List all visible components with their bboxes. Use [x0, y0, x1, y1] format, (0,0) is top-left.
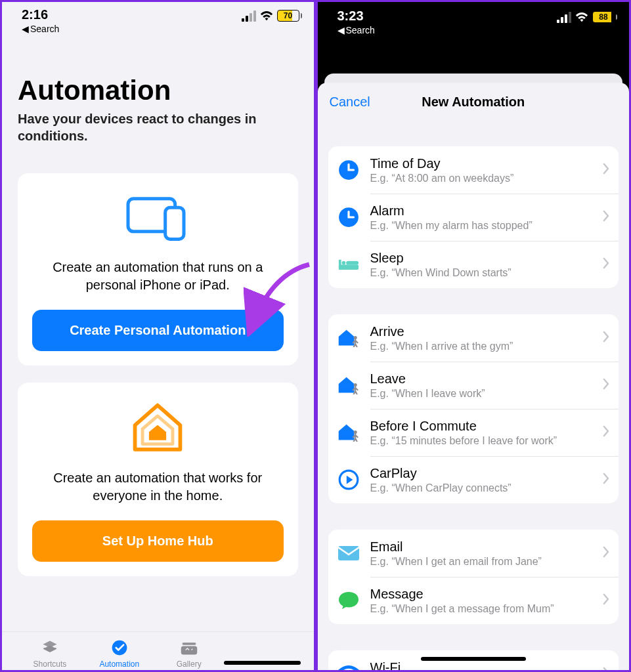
clock-icon — [337, 206, 360, 228]
cancel-button[interactable]: Cancel — [330, 94, 370, 110]
status-time: 2:16 — [22, 7, 59, 22]
svg-rect-8 — [338, 259, 341, 269]
trigger-row-sleep[interactable]: Sleep E.g. “When Wind Down starts” — [328, 241, 619, 288]
battery-icon: 70 — [277, 10, 302, 22]
trigger-title: Message — [370, 587, 593, 602]
tab-shortcuts-label: Shortcuts — [33, 660, 67, 669]
trigger-subtitle: E.g. “When Wind Down starts” — [370, 267, 593, 279]
shortcuts-icon — [40, 639, 60, 657]
svg-point-9 — [341, 261, 345, 264]
house-person-icon — [337, 374, 360, 396]
trigger-title: Time of Day — [370, 156, 593, 171]
carplay-icon — [337, 469, 360, 491]
back-chevron-icon: ◀ — [22, 24, 29, 34]
trigger-row-alarm[interactable]: Alarm E.g. “When my alarm has stopped” — [328, 194, 619, 241]
trigger-group: Email E.g. “When I get an email from Jan… — [328, 530, 619, 624]
cellular-icon — [242, 10, 256, 22]
back-to-search[interactable]: ◀ Search — [337, 25, 375, 35]
battery-level: 70 — [277, 10, 299, 22]
trigger-row-email[interactable]: Email E.g. “When I get an email from Jan… — [328, 530, 619, 577]
chevron-right-icon — [603, 667, 609, 670]
trigger-subtitle: E.g. “At 8:00 am on weekdays” — [370, 173, 593, 184]
svg-rect-7 — [338, 264, 358, 270]
trigger-subtitle: E.g. “When I get an email from Jane” — [370, 556, 593, 568]
trigger-row-leave[interactable]: Leave E.g. “When I leave work” — [328, 362, 619, 409]
trigger-subtitle: E.g. “When I arrive at the gym” — [370, 341, 593, 352]
trigger-title: CarPlay — [370, 466, 593, 481]
trigger-row-carplay[interactable]: CarPlay E.g. “When CarPlay connects” — [328, 456, 619, 503]
battery-icon: 88 — [592, 11, 617, 23]
chevron-right-icon — [603, 257, 609, 272]
status-time: 3:23 — [337, 9, 375, 24]
home-indicator[interactable] — [224, 661, 301, 665]
message-icon — [337, 589, 360, 612]
trigger-row-time-of-day[interactable]: Time of Day E.g. “At 8:00 am on weekdays… — [328, 146, 619, 194]
home-icon — [32, 401, 284, 457]
page-title: Automation — [18, 75, 298, 106]
page-subtitle: Have your devices react to changes in co… — [18, 110, 298, 144]
chevron-right-icon — [603, 593, 609, 608]
chevron-right-icon — [603, 546, 609, 560]
house-person-icon — [337, 421, 360, 444]
trigger-row-before-i-commute[interactable]: Before I Commute E.g. “15 minutes before… — [328, 409, 619, 456]
back-to-search[interactable]: ◀ Search — [22, 24, 59, 34]
home-automation-card: Create an automation that works for ever… — [18, 383, 298, 576]
tab-bar: Shortcuts Automation Gallery — [2, 631, 314, 670]
status-bar: 3:23 ◀ Search 88 — [318, 2, 630, 37]
personal-automation-card: Create an automation that runs on a pers… — [18, 173, 298, 366]
house-person-icon — [337, 327, 360, 349]
chevron-right-icon — [603, 472, 609, 487]
trigger-row-arrive[interactable]: Arrive E.g. “When I arrive at the gym” — [328, 314, 619, 362]
tab-automation[interactable]: Automation — [85, 636, 154, 670]
trigger-title: Before I Commute — [370, 419, 593, 434]
chevron-right-icon — [603, 331, 609, 345]
wifi-icon — [260, 11, 273, 21]
tab-gallery[interactable]: Gallery — [154, 636, 224, 670]
trigger-subtitle: E.g. “When I get a message from Mum” — [370, 603, 593, 615]
clock-icon — [337, 159, 360, 181]
personal-card-desc: Create an automation that runs on a pers… — [32, 259, 284, 294]
tab-gallery-label: Gallery — [177, 660, 202, 669]
wifi-icon — [337, 663, 360, 670]
cellular-icon — [557, 12, 571, 23]
trigger-subtitle: E.g. “When my alarm has stopped” — [370, 220, 593, 232]
back-label: Search — [30, 24, 59, 34]
svg-rect-15 — [338, 546, 359, 560]
trigger-group: Time of Day E.g. “At 8:00 am on weekdays… — [328, 146, 619, 288]
trigger-title: Sleep — [370, 251, 593, 266]
bed-icon — [337, 253, 360, 276]
back-label: Search — [346, 25, 375, 35]
chevron-right-icon — [603, 425, 609, 440]
battery-level: 88 — [592, 11, 615, 23]
trigger-title: Leave — [370, 371, 593, 387]
tab-automation-label: Automation — [99, 660, 139, 669]
devices-icon — [32, 192, 284, 247]
trigger-title: Alarm — [370, 203, 593, 219]
trigger-group: Arrive E.g. “When I arrive at the gym” L… — [328, 314, 619, 503]
trigger-title: Email — [370, 539, 593, 555]
trigger-row-message[interactable]: Message E.g. “When I get a message from … — [328, 577, 619, 624]
create-personal-automation-button[interactable]: Create Personal Automation — [32, 310, 284, 351]
svg-rect-3 — [182, 642, 196, 645]
chevron-right-icon — [603, 210, 609, 224]
trigger-title: Wi-Fi — [370, 660, 593, 671]
new-automation-sheet: Cancel New Automation Time of Day E.g. “… — [318, 83, 630, 670]
chevron-right-icon — [603, 378, 609, 392]
svg-rect-4 — [181, 646, 197, 654]
trigger-subtitle: E.g. “When I leave work” — [370, 388, 593, 400]
trigger-title: Arrive — [370, 324, 593, 339]
svg-rect-1 — [165, 207, 184, 239]
gallery-icon — [179, 639, 199, 657]
trigger-subtitle: E.g. “15 minutes before I leave for work… — [370, 435, 593, 447]
setup-home-hub-button[interactable]: Set Up Home Hub — [32, 520, 284, 562]
back-chevron-icon: ◀ — [337, 25, 345, 35]
trigger-subtitle: E.g. “When CarPlay connects” — [370, 482, 593, 494]
tab-shortcuts[interactable]: Shortcuts — [15, 636, 85, 670]
wifi-icon — [575, 12, 588, 22]
mail-icon — [337, 542, 360, 564]
status-bar: 2:16 ◀ Search 70 — [2, 2, 314, 35]
home-card-desc: Create an automation that works for ever… — [32, 469, 284, 505]
home-indicator[interactable] — [421, 657, 526, 661]
chevron-right-icon — [603, 163, 609, 177]
automation-icon — [110, 639, 129, 657]
